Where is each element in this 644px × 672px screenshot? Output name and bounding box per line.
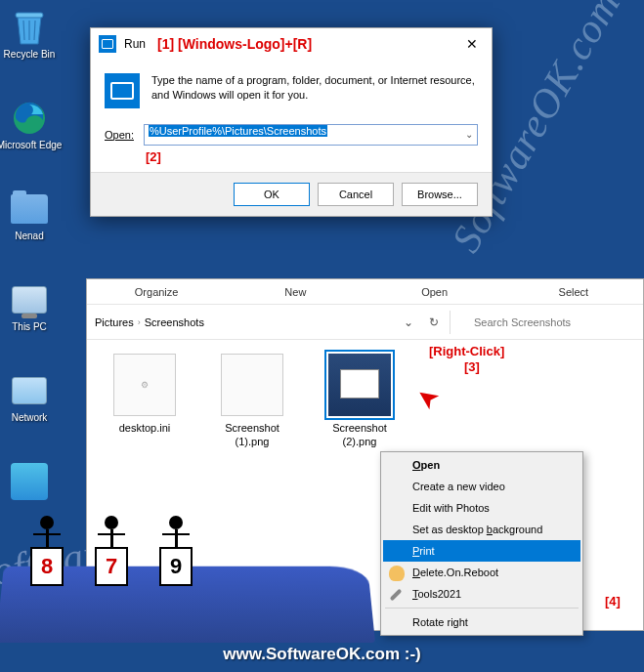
run-input-row: Open: %UserProfile%\Pictures\Screenshots… <box>91 118 492 146</box>
menu-organize[interactable]: Organize <box>87 279 226 304</box>
cancel-button[interactable]: Cancel <box>318 183 394 206</box>
ctx-rotate-right[interactable]: Rotate right <box>383 611 580 633</box>
wrench-icon <box>390 589 403 602</box>
context-menu: Open Create a new video Edit with Photos… <box>380 451 583 636</box>
open-input[interactable]: %UserProfile%\Pictures\Screenshots ⌄ <box>144 124 478 146</box>
annotation-4: [4] <box>605 594 621 609</box>
open-label: Open: <box>105 129 144 141</box>
run-body: Type the name of a program, folder, docu… <box>91 60 492 118</box>
ctx-delete-on-reboot[interactable]: Delete.On.Reboot <box>383 562 580 583</box>
close-button[interactable]: ✕ <box>460 32 484 56</box>
annotation-3: [Right-Click] [3] <box>429 344 504 374</box>
ctx-edit-photos[interactable]: Edit with Photos <box>383 497 580 519</box>
desktop-icons-column: Recycle Bin Microsoft Edge Nenad This PC… <box>0 0 59 509</box>
score-card-1: 8 <box>30 547 64 586</box>
file-label: Screenshot (1).png <box>208 422 296 449</box>
run-title-text: Run <box>124 37 146 51</box>
ctx-separator <box>385 608 579 609</box>
file-item[interactable]: ⚙ desktop.ini <box>101 354 189 436</box>
trash-icon <box>10 8 49 47</box>
ok-button[interactable]: OK <box>234 183 310 206</box>
file-ini-icon: ⚙ <box>113 354 176 416</box>
run-button-row: OK Cancel Browse... <box>91 172 492 216</box>
file-thumbnail-icon <box>328 354 391 416</box>
run-description: Type the name of a program, folder, docu… <box>151 73 478 108</box>
folder-icon <box>10 189 49 229</box>
judge-2: 7 <box>90 516 133 586</box>
browse-button[interactable]: Browse... <box>402 183 478 206</box>
file-item[interactable]: Screenshot (1).png <box>208 354 296 449</box>
ctx-create-video[interactable]: Create a new video <box>383 476 580 497</box>
file-item-selected[interactable]: Screenshot (2).png <box>316 354 404 449</box>
arrow-icon: ➤ <box>411 382 443 415</box>
open-input-value: %UserProfile%\Pictures\Screenshots <box>149 125 327 137</box>
computer-icon <box>10 280 49 319</box>
recycle-bin-label: Recycle Bin <box>4 49 56 60</box>
annotation-2: [2] <box>91 146 492 172</box>
score-card-2: 7 <box>95 547 128 586</box>
network-icon[interactable]: Network <box>0 365 59 429</box>
this-pc-label: This PC <box>12 321 47 332</box>
run-program-icon <box>105 73 140 108</box>
network-label: Network <box>12 412 48 423</box>
dropdown-button[interactable]: ⌄ <box>399 313 418 332</box>
file-image-icon <box>221 354 283 416</box>
run-title-icon <box>99 35 116 53</box>
menu-select[interactable]: Select <box>504 279 643 304</box>
svg-rect-0 <box>16 13 43 18</box>
explorer-navbar: Pictures › Screenshots ⌄ ↻ 🔍 <box>87 305 643 340</box>
this-pc-icon[interactable]: This PC <box>0 274 59 338</box>
run-titlebar[interactable]: Run [1] [Windows-Logo]+[R] ✕ <box>91 28 492 60</box>
menu-new[interactable]: New <box>226 279 365 304</box>
recycle-bin-icon[interactable]: Recycle Bin <box>0 2 59 65</box>
ctx-set-background[interactable]: Set as desktop background <box>383 519 580 540</box>
menu-open[interactable]: Open <box>365 279 504 304</box>
judge-1: 8 <box>25 516 68 586</box>
file-label: desktop.ini <box>101 422 189 436</box>
breadcrumb-pictures[interactable]: Pictures <box>95 316 134 328</box>
network-glyph-icon <box>10 371 49 410</box>
ctx-open[interactable]: Open <box>383 454 580 476</box>
judge-3: 9 <box>154 516 197 586</box>
file-label: Screenshot (2).png <box>316 422 404 449</box>
refresh-button[interactable]: ↻ <box>424 313 444 332</box>
annotation-1: [1] [Windows-Logo]+[R] <box>157 36 312 52</box>
explorer-menubar: Organize New Open Select <box>87 279 643 305</box>
breadcrumb-screenshots[interactable]: Screenshots <box>145 316 204 328</box>
score-card-3: 9 <box>159 547 193 586</box>
edge-label: Microsoft Edge <box>0 140 62 150</box>
hand-icon <box>389 566 405 581</box>
edge-icon[interactable]: Microsoft Edge <box>0 93 59 156</box>
chevron-down-icon[interactable]: ⌄ <box>465 129 473 140</box>
footer-credit: www.SoftwareOK.com :-) <box>0 645 644 664</box>
app-icon[interactable] <box>0 456 59 509</box>
generic-app-icon <box>10 462 49 501</box>
breadcrumb[interactable]: Pictures › Screenshots <box>95 316 204 328</box>
ctx-print[interactable]: Print <box>383 540 580 562</box>
user-folder-icon[interactable]: Nenad <box>0 184 59 247</box>
ctx-tools2021[interactable]: Tools2021 <box>383 583 580 605</box>
search-input[interactable] <box>450 311 625 334</box>
run-dialog: Run [1] [Windows-Logo]+[R] ✕ Type the na… <box>90 27 493 217</box>
user-folder-label: Nenad <box>15 231 43 241</box>
search-wrap: 🔍 <box>450 311 635 334</box>
browser-icon <box>10 99 49 138</box>
chevron-right-icon: › <box>138 317 141 327</box>
